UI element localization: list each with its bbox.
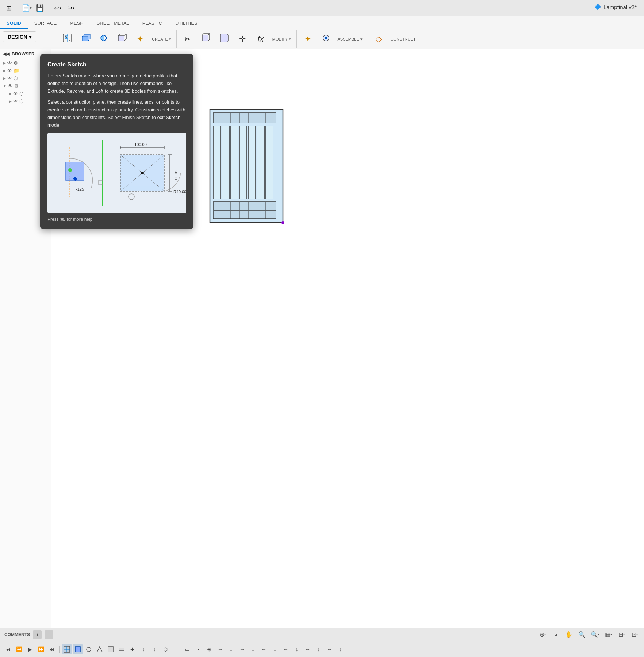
star-create-tool[interactable]: ✦ [131,30,149,48]
create-label: CREATE ▾ [150,37,173,42]
chevron-icon-1: ▶ [3,69,6,73]
child1-icon: ⬡ [19,91,23,96]
box-tool[interactable] [113,30,131,48]
save-button[interactable]: 💾 [34,2,46,14]
nav-next-btn[interactable]: ⏩ [36,644,46,654]
as-joint-tool[interactable] [317,30,335,48]
arrow-tool-3[interactable]: ↕ [149,644,160,654]
arrow-tool-10[interactable]: ↕ [226,644,236,654]
construct-tool[interactable]: ◇ [370,30,388,48]
arrow-tool-5[interactable]: ▫ [171,644,181,654]
bottom-separator [59,646,60,653]
svg-rect-55 [257,126,264,199]
move-tool[interactable]: ✛ [234,30,251,48]
tab-solid[interactable]: SOLID [0,18,28,29]
arrow-tool-2[interactable]: ↕ [138,644,149,654]
arrow-tool-14[interactable]: ↕ [270,644,280,654]
svg-rect-78 [119,648,124,651]
arrow-tool-19[interactable]: ↔ [325,644,335,654]
bottom-toolbar: ⏮ ⏪ ▶ ⏩ ⏭ ✚ ↕ ↕ ⬡ ▫ ▭ ▪ ⊕ ↔ ↕ ↔ ↕ ↔ ↕ ↔ … [0,641,644,657]
cut-icon: ✂ [184,35,191,43]
arrow-tool-20[interactable]: ↕ [336,644,346,654]
arrow-tool-18[interactable]: ↕ [314,644,324,654]
svg-point-75 [87,647,91,652]
design-button[interactable]: DESIGN ▾ [3,31,36,42]
joint-tool[interactable]: ✦ [299,30,317,48]
push-pull-icon [201,33,211,45]
zoom-dropdown-btn[interactable]: 🔍▾ [590,630,600,640]
formula-tool[interactable]: fx [252,30,269,48]
arrow-tool-12[interactable]: ↕ [248,644,258,654]
extrude-icon [80,33,91,45]
display-btn[interactable]: ⊡▾ [629,630,640,640]
push-pull-tool[interactable] [197,30,215,48]
tab-sheet-metal[interactable]: SHEET METAL [90,18,136,29]
tooltip-popup: Create Sketch Enters Sketch mode, where … [40,54,193,229]
tooltip-footer: Press ⌘/ for more help. [47,217,186,222]
sketch-tool-1[interactable] [62,644,72,654]
tab-mesh[interactable]: MESH [63,18,90,29]
arrow-tool-13[interactable]: ↔ [259,644,269,654]
eye-icon-c1: 👁 [13,91,18,96]
svg-point-22 [68,168,72,172]
eye-icon-2: 👁 [7,76,12,81]
cut-tool[interactable]: ✂ [179,30,196,48]
construct-label: CONSTRUCT [388,37,418,41]
extrude-tool[interactable] [77,30,94,48]
top-toolbar: ⊞ 📄▾ 💾 ↩▾ ↪▾ 🔷 Lampfinal v2* [0,0,644,16]
shape-icon-2: ⬡ [14,76,18,81]
root-icon: ⚙ [14,83,19,89]
arrow-tool-16[interactable]: ↕ [292,644,302,654]
grid-button[interactable]: ⊞ [3,2,15,14]
sketch-tool-5[interactable] [106,644,116,654]
sketch-tool-2[interactable] [73,644,83,654]
create-sketch-tool[interactable] [58,30,76,48]
arrow-tool-4[interactable]: ⬡ [160,644,170,654]
create-tool-group: ✦ CREATE ▾ [58,30,177,48]
view-mode-btn[interactable]: ▦▾ [603,630,613,640]
nav-first-btn[interactable]: ⏮ [3,644,13,654]
doc-icon: 🔷 [594,4,601,10]
new-file-button[interactable]: 📄▾ [21,2,32,14]
transform-tool-btn[interactable]: ⊕▾ [537,630,548,640]
nav-prev-btn[interactable]: ⏪ [14,644,24,654]
arrow-tool-9[interactable]: ↔ [215,644,225,654]
assemble-label: ASSEMBLE ▾ [336,37,365,42]
nav-last-btn[interactable]: ⏭ [47,644,57,654]
svg-rect-64 [213,211,276,219]
chevron-icon-c1: ▶ [9,92,12,96]
eye-icon-0: 👁 [7,60,12,66]
arrow-tool-8[interactable]: ⊕ [204,644,214,654]
nav-play-btn[interactable]: ▶ [25,644,35,654]
arrow-tool-17[interactable]: ↔ [303,644,313,654]
formula-icon: fx [257,34,264,44]
status-right: ⊕▾ 🖨 ✋ 🔍 🔍▾ ▦▾ ⊞▾ ⊡▾ [537,630,640,640]
tab-utilities[interactable]: UTILITIES [169,18,204,29]
sketch-tool-4[interactable] [95,644,105,654]
sketch-tool-6[interactable] [116,644,127,654]
arrow-tool-7[interactable]: ▪ [193,644,203,654]
zoom-btn[interactable]: 🔍 [577,630,587,640]
sketch-tool-3[interactable] [84,644,94,654]
tab-plastic[interactable]: PLASTIC [136,18,169,29]
tab-surface[interactable]: SURFACE [28,18,63,29]
browser-collapse-icon[interactable]: ◀◀ [3,51,9,57]
svg-rect-11 [220,34,228,42]
chevron-icon-root: ▼ [3,84,7,88]
grid-view-btn[interactable]: ⊞▾ [616,630,626,640]
add-comment-button[interactable]: + [33,630,42,639]
print-btn[interactable]: 🖨 [551,630,561,640]
arrow-tool-6[interactable]: ▭ [182,644,192,654]
redo-button[interactable]: ↪▾ [65,2,77,14]
arrow-tool-1[interactable]: ✚ [127,644,138,654]
revolve-tool[interactable] [95,30,112,48]
fillet-tool[interactable] [215,30,233,48]
svg-rect-54 [248,126,256,199]
svg-rect-52 [231,126,238,199]
undo-button[interactable]: ↩▾ [52,2,64,14]
arrow-tool-11[interactable]: ↔ [237,644,247,654]
comments-pipe-button[interactable]: | [45,630,53,639]
arrow-tool-15[interactable]: ↔ [281,644,291,654]
browser-label: BROWSER [12,51,35,57]
hand-tool-btn[interactable]: ✋ [564,630,574,640]
